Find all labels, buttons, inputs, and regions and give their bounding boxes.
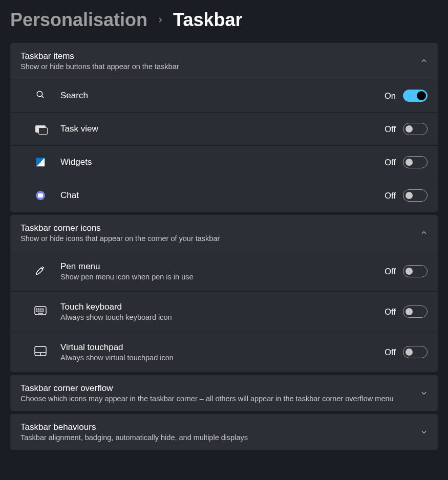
touchpad-icon bbox=[34, 346, 47, 358]
svg-line-1 bbox=[41, 96, 44, 98]
section-title: Taskbar corner overflow bbox=[20, 383, 420, 394]
svg-point-10 bbox=[42, 311, 43, 311]
row-desc: Show pen menu icon when pen is in use bbox=[60, 273, 385, 281]
section-subtitle: Taskbar alignment, badging, automaticall… bbox=[20, 433, 420, 442]
search-toggle[interactable] bbox=[403, 90, 428, 102]
widgets-toggle[interactable] bbox=[403, 156, 428, 168]
row-label: Virtual touchpad bbox=[60, 342, 385, 353]
section-header-behaviours[interactable]: Taskbar behaviours Taskbar alignment, ba… bbox=[10, 414, 438, 450]
svg-point-4 bbox=[38, 309, 39, 309]
section-header-corner-overflow[interactable]: Taskbar corner overflow Choose which ico… bbox=[10, 375, 438, 411]
svg-point-3 bbox=[36, 309, 37, 309]
section-corner-overflow: Taskbar corner overflow Choose which ico… bbox=[10, 375, 438, 411]
row-label: Search bbox=[60, 91, 385, 101]
breadcrumb-parent[interactable]: Personalisation bbox=[10, 9, 147, 31]
toggle-state-label: Off bbox=[385, 191, 396, 201]
row-widgets: Widgets Off bbox=[10, 145, 438, 179]
virtual-touchpad-toggle[interactable] bbox=[403, 346, 428, 358]
pen-menu-toggle[interactable] bbox=[403, 265, 428, 277]
breadcrumb-current: Taskbar bbox=[173, 9, 242, 31]
chat-icon bbox=[36, 191, 45, 200]
section-title: Taskbar items bbox=[20, 51, 420, 61]
svg-point-6 bbox=[42, 309, 43, 309]
svg-point-9 bbox=[40, 311, 41, 311]
keyboard-icon bbox=[34, 306, 47, 317]
row-label: Task view bbox=[60, 124, 385, 134]
section-title: Taskbar behaviours bbox=[20, 422, 420, 432]
row-virtual-touchpad: Virtual touchpad Always show virtual tou… bbox=[10, 332, 438, 372]
row-touch-keyboard: Touch keyboard Always show touch keyboar… bbox=[10, 291, 438, 332]
row-pen-menu: Pen menu Show pen menu icon when pen is … bbox=[10, 251, 438, 291]
task-view-icon bbox=[35, 125, 46, 133]
svg-point-5 bbox=[40, 309, 41, 309]
svg-point-8 bbox=[38, 311, 39, 311]
svg-point-0 bbox=[37, 91, 42, 97]
chevron-down-icon bbox=[420, 428, 428, 435]
row-task-view: Task view Off bbox=[10, 112, 438, 145]
touch-keyboard-toggle[interactable] bbox=[403, 306, 428, 318]
svg-point-7 bbox=[36, 311, 37, 311]
chevron-up-icon bbox=[420, 57, 428, 64]
section-subtitle: Show or hide icons that appear on the co… bbox=[20, 234, 420, 243]
toggle-state-label: On bbox=[385, 91, 396, 101]
pen-icon bbox=[35, 265, 46, 278]
section-title: Taskbar corner icons bbox=[20, 223, 420, 233]
row-search: Search On bbox=[10, 79, 438, 112]
toggle-state-label: Off bbox=[385, 347, 396, 357]
chevron-right-icon bbox=[157, 16, 164, 24]
task-view-toggle[interactable] bbox=[403, 123, 428, 135]
breadcrumb: Personalisation Taskbar bbox=[0, 0, 448, 43]
toggle-state-label: Off bbox=[385, 267, 396, 276]
toggle-state-label: Off bbox=[385, 158, 396, 167]
chat-toggle[interactable] bbox=[403, 189, 428, 202]
toggle-state-label: Off bbox=[385, 124, 396, 134]
toggle-state-label: Off bbox=[385, 307, 396, 317]
chevron-up-icon bbox=[420, 229, 428, 236]
row-label: Touch keyboard bbox=[60, 302, 385, 312]
widgets-icon bbox=[36, 158, 45, 167]
chevron-down-icon bbox=[420, 389, 428, 397]
row-desc: Always show touch keyboard icon bbox=[60, 313, 385, 321]
section-behaviours: Taskbar behaviours Taskbar alignment, ba… bbox=[10, 414, 438, 450]
section-taskbar-items: Taskbar items Show or hide buttons that … bbox=[10, 43, 438, 212]
row-label: Pen menu bbox=[60, 261, 385, 272]
row-label: Chat bbox=[60, 190, 385, 201]
section-corner-icons: Taskbar corner icons Show or hide icons … bbox=[10, 215, 438, 372]
section-subtitle: Choose which icons may appear in the tas… bbox=[20, 395, 420, 403]
section-header-corner-icons[interactable]: Taskbar corner icons Show or hide icons … bbox=[10, 215, 438, 251]
section-subtitle: Show or hide buttons that appear on the … bbox=[20, 62, 420, 71]
section-header-taskbar-items[interactable]: Taskbar items Show or hide buttons that … bbox=[10, 43, 438, 79]
row-label: Widgets bbox=[60, 157, 385, 167]
row-chat: Chat Off bbox=[10, 179, 438, 212]
row-desc: Always show virtual touchpad icon bbox=[60, 354, 385, 362]
search-icon bbox=[36, 90, 45, 101]
